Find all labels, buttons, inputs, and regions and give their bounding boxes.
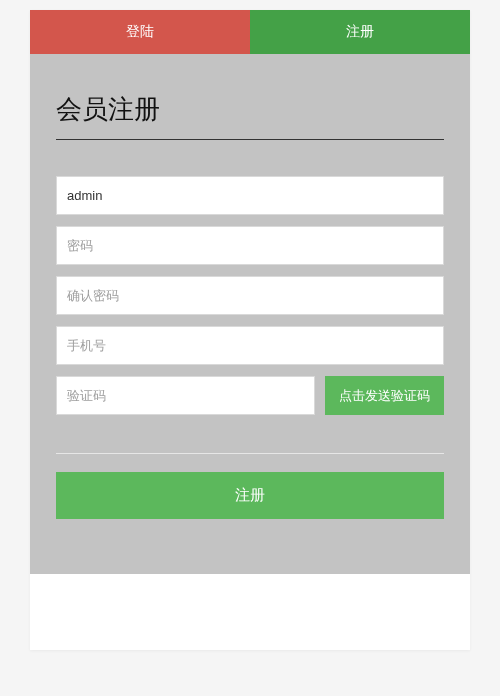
- register-form-panel: 会员注册 点击发送验证码 注册: [30, 54, 470, 574]
- verification-code-input[interactable]: [56, 376, 315, 415]
- tab-register[interactable]: 注册: [250, 10, 470, 54]
- username-field-row: [56, 176, 444, 215]
- phone-field-row: [56, 326, 444, 365]
- form-title: 会员注册: [56, 92, 444, 140]
- confirm-password-input[interactable]: [56, 276, 444, 315]
- form-divider: [56, 453, 444, 454]
- page-container: 登陆 注册 会员注册 点击发送验: [0, 0, 500, 650]
- auth-card: 登陆 注册 会员注册 点击发送验: [30, 10, 470, 650]
- confirm-password-field-row: [56, 276, 444, 315]
- username-input[interactable]: [56, 176, 444, 215]
- send-code-button[interactable]: 点击发送验证码: [325, 376, 444, 415]
- password-field-row: [56, 226, 444, 265]
- tab-login[interactable]: 登陆: [30, 10, 250, 54]
- verification-code-row: 点击发送验证码: [56, 376, 444, 415]
- auth-tabs: 登陆 注册: [30, 10, 470, 54]
- password-input[interactable]: [56, 226, 444, 265]
- phone-input[interactable]: [56, 326, 444, 365]
- submit-register-button[interactable]: 注册: [56, 472, 444, 519]
